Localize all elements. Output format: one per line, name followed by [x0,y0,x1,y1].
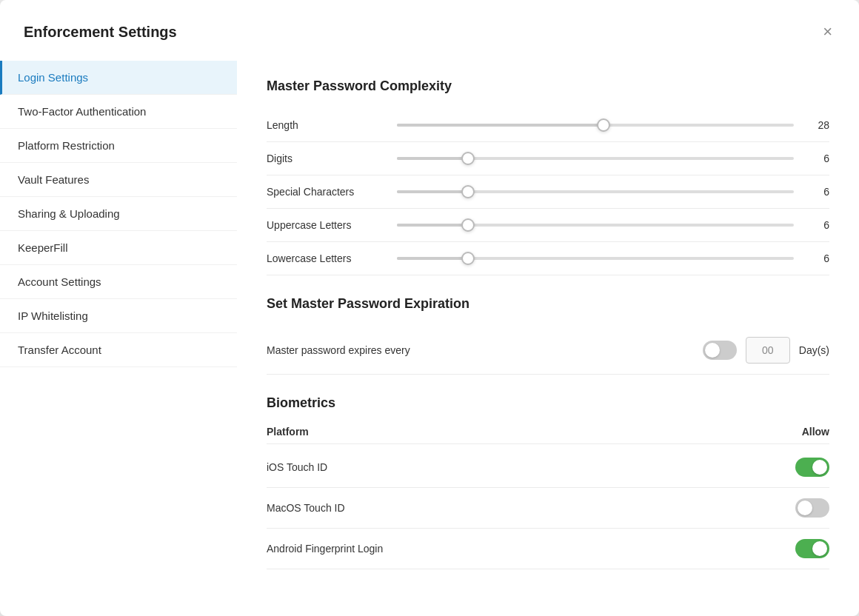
expiration-label: Master password expires every [267,344,703,356]
days-input[interactable] [746,337,790,364]
slider-fill-lowercase [397,257,468,260]
sidebar-item-sharing-uploading[interactable]: Sharing & Uploading [0,197,237,231]
sidebar-item-two-factor-auth[interactable]: Two-Factor Authentication [0,95,237,129]
slider-label-digits: Digits [267,153,385,164]
sidebar-item-account-settings[interactable]: Account Settings [0,265,237,299]
biometrics-row-ios-touch-id: iOS Touch ID [267,447,829,488]
biometrics-rows: iOS Touch IDMacOS Touch IDAndroid Finger… [267,447,829,569]
sidebar-item-vault-features[interactable]: Vault Features [0,163,237,197]
sidebar-item-login-settings[interactable]: Login Settings [0,61,237,95]
sidebar-item-ip-whitelisting[interactable]: IP Whitelisting [0,299,237,333]
password-complexity-section: Master Password Complexity Length28Digit… [267,78,829,275]
slider-value-uppercase: 6 [806,219,829,231]
slider-row-uppercase: Uppercase Letters6 [267,209,829,242]
modal-body: Login SettingsTwo-Factor AuthenticationP… [0,55,859,616]
slider-track-digits[interactable] [397,157,794,160]
enforcement-settings-modal: Enforcement Settings × Login SettingsTwo… [0,0,859,616]
slider-track-wrap-digits[interactable] [397,157,794,160]
biometrics-title: Biometrics [267,395,829,411]
biometrics-toggle-macos-touch-id[interactable] [795,498,829,518]
expiration-section: Set Master Password Expiration Master pa… [267,296,829,375]
expiration-controls: Day(s) [703,337,829,364]
slider-row-length: Length28 [267,109,829,142]
slider-label-length: Length [267,119,385,131]
sidebar-item-transfer-account[interactable]: Transfer Account [0,333,237,367]
slider-value-digits: 6 [806,153,829,164]
toggle-knob-ios-touch-id [795,458,829,477]
slider-label-lowercase: Lowercase Letters [267,252,385,264]
biometrics-platform-header: Platform [267,426,309,438]
slider-thumb-uppercase[interactable] [461,218,475,232]
toggle-knob-android-fingerprint [795,539,829,558]
biometrics-allow-header: Allow [802,426,829,438]
slider-value-special-chars: 6 [806,186,829,198]
slider-row-digits: Digits6 [267,142,829,175]
slider-track-wrap-length[interactable] [397,124,794,127]
content-area: Master Password Complexity Length28Digit… [237,55,859,598]
sidebar-item-keeperfill[interactable]: KeeperFill [0,231,237,265]
slider-row-special-chars: Special Characters6 [267,175,829,209]
slider-track-wrap-special-chars[interactable] [397,190,794,193]
biometrics-section: Biometrics Platform Allow iOS Touch IDMa… [267,395,829,569]
slider-track-length[interactable] [397,124,794,127]
biometrics-label-android-fingerprint: Android Fingerprint Login [267,543,383,555]
slider-track-lowercase[interactable] [397,257,794,260]
days-unit: Day(s) [799,344,829,356]
modal-title: Enforcement Settings [24,24,177,41]
slider-fill-uppercase [397,224,468,227]
sidebar-item-platform-restriction[interactable]: Platform Restriction [0,129,237,163]
expiration-title: Set Master Password Expiration [267,296,829,312]
expiration-toggle[interactable] [703,341,737,360]
slider-track-wrap-lowercase[interactable] [397,257,794,260]
modal-header: Enforcement Settings × [0,0,859,55]
slider-thumb-length[interactable] [597,118,610,132]
toggle-knob-macos-touch-id [795,498,829,518]
sliders-container: Length28Digits6Special Characters6Upperc… [267,109,829,275]
slider-track-special-chars[interactable] [397,190,794,193]
slider-thumb-digits[interactable] [461,152,475,165]
password-complexity-title: Master Password Complexity [267,78,829,94]
slider-label-uppercase: Uppercase Letters [267,219,385,231]
biometrics-row-android-fingerprint: Android Fingerprint Login [267,529,829,569]
biometrics-label-ios-touch-id: iOS Touch ID [267,461,327,473]
slider-thumb-special-chars[interactable] [461,185,475,198]
slider-track-uppercase[interactable] [397,224,794,227]
close-button[interactable]: × [820,21,835,43]
slider-track-wrap-uppercase[interactable] [397,224,794,227]
slider-fill-length [397,124,604,127]
biometrics-toggle-android-fingerprint[interactable] [795,539,829,558]
biometrics-toggle-ios-touch-id[interactable] [795,458,829,477]
biometrics-row-macos-touch-id: MacOS Touch ID [267,488,829,529]
biometrics-header: Platform Allow [267,426,829,444]
sidebar: Login SettingsTwo-Factor AuthenticationP… [0,55,237,598]
slider-fill-special-chars [397,190,468,193]
slider-fill-digits [397,157,468,160]
slider-value-length: 28 [806,119,829,131]
slider-row-lowercase: Lowercase Letters6 [267,242,829,275]
expiration-row: Master password expires every Day(s) [267,327,829,375]
slider-thumb-lowercase[interactable] [461,252,475,265]
slider-label-special-chars: Special Characters [267,186,385,198]
toggle-knob [703,341,737,360]
slider-value-lowercase: 6 [806,252,829,264]
biometrics-label-macos-touch-id: MacOS Touch ID [267,502,345,514]
